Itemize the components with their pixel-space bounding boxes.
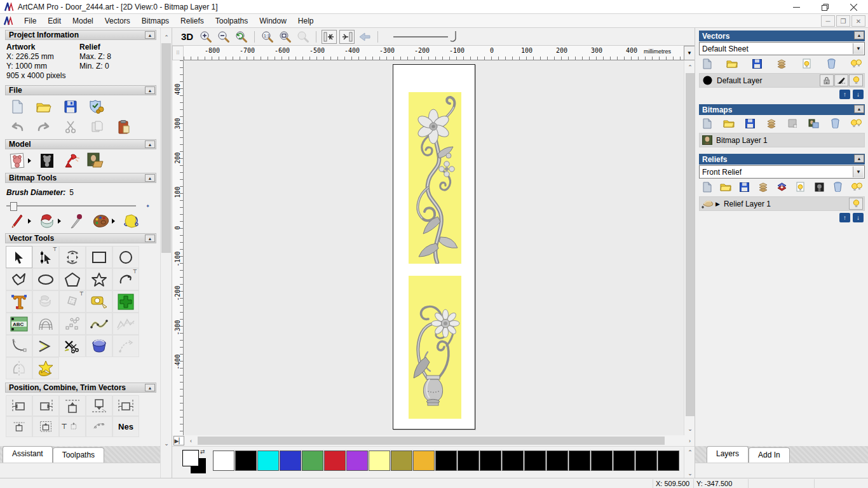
trim-vectors-button[interactable]: [59, 335, 86, 357]
color-swatch[interactable]: [635, 451, 657, 471]
brush-diameter-slider[interactable]: ✦: [6, 202, 154, 210]
model-from-greyscale-button[interactable]: [39, 153, 55, 168]
relief-layer-row[interactable]: ▶ Relief Layer 1: [699, 196, 865, 211]
tab-add-in[interactable]: Add In: [749, 447, 790, 463]
paste-array-button[interactable]: ⊤: [59, 416, 86, 437]
edit-layer-button[interactable]: [834, 74, 848, 86]
create-polyline-button[interactable]: [6, 268, 32, 290]
save-vector-layer-button[interactable]: [750, 57, 764, 70]
mdi-close-button[interactable]: ✕: [851, 15, 865, 27]
menu-bitmaps[interactable]: Bitmaps: [136, 15, 175, 27]
close-button[interactable]: [839, 0, 868, 14]
color-swatch[interactable]: [613, 451, 635, 471]
greyscale-preview-button[interactable]: [812, 180, 826, 193]
offset-vectors-button[interactable]: ⊤: [59, 290, 86, 313]
colour-picker-button[interactable]: [69, 214, 85, 229]
model-properties-button[interactable]: [89, 99, 105, 114]
color-swatch[interactable]: [480, 451, 501, 471]
menu-window[interactable]: Window: [254, 15, 292, 27]
relief-select[interactable]: Front Relief ▼: [699, 165, 865, 179]
mdi-minimize-button[interactable]: ─: [821, 15, 835, 27]
open-model-button[interactable]: [36, 99, 52, 114]
new-model-button[interactable]: [9, 99, 25, 114]
measure-tool-button[interactable]: [86, 290, 112, 313]
toggle-relief-visibility-button[interactable]: [794, 180, 808, 193]
chevron-down-icon[interactable]: ▼: [853, 166, 864, 177]
open-bitmap-layer-button[interactable]: [722, 117, 736, 130]
palette-scrollbar[interactable]: ⌃ ⌄: [684, 447, 695, 478]
zoom-out-button[interactable]: [216, 30, 231, 44]
move-layer-down-button[interactable]: ↓: [853, 90, 864, 99]
color-swatch[interactable]: [524, 451, 546, 471]
chevron-down-icon[interactable]: ▼: [853, 43, 864, 54]
swap-colors-icon[interactable]: ⇄: [200, 449, 205, 455]
relief-visibility-button[interactable]: [849, 198, 863, 210]
bitmap-doctor-button[interactable]: [123, 214, 139, 229]
color-swatch[interactable]: [569, 451, 590, 471]
move-layer-down-button[interactable]: ↓: [853, 213, 864, 222]
zoom-selection-button[interactable]: [295, 30, 311, 44]
create-star-button[interactable]: [86, 268, 112, 290]
combine-relief-button[interactable]: [775, 180, 789, 193]
center-in-page-button[interactable]: [6, 416, 32, 437]
toggle-all-bitmaps-button[interactable]: [850, 117, 864, 130]
color-swatch[interactable]: [658, 451, 679, 471]
zoom-1to1-button[interactable]: 1:1: [260, 30, 275, 44]
scroll-right-icon[interactable]: ›: [684, 436, 695, 445]
vector-tools-header[interactable]: Vector Tools ▲: [5, 233, 156, 243]
scroll-up-icon[interactable]: ⌃: [161, 32, 172, 43]
collapse-icon[interactable]: ▲: [145, 31, 155, 39]
color-swatch[interactable]: [346, 451, 368, 471]
open-vector-layer-button[interactable]: [725, 57, 739, 70]
color-swatch[interactable]: [435, 451, 457, 471]
align-bottom-button[interactable]: [86, 395, 112, 416]
project-information-header[interactable]: Project Information ▲: [5, 30, 156, 40]
collapse-icon[interactable]: ▲: [145, 140, 155, 148]
canvas-horizontal-scrollbar[interactable]: ▶▏ ‹ ›: [172, 435, 695, 446]
move-layer-up-button[interactable]: ↑: [839, 213, 850, 222]
paste-along-curve-button[interactable]: [59, 313, 86, 335]
collapse-icon[interactable]: ▲: [145, 86, 155, 94]
pan-view-button[interactable]: [357, 30, 372, 44]
node-editing-button[interactable]: ⊤: [32, 246, 59, 268]
restore-button[interactable]: [811, 0, 839, 14]
wizard-tool-button[interactable]: [32, 357, 59, 379]
lock-layer-button[interactable]: [820, 74, 834, 86]
expand-panel-button[interactable]: ▶▏: [173, 436, 184, 445]
save-model-button[interactable]: [62, 99, 79, 114]
create-rectangle-button[interactable]: [86, 246, 112, 268]
create-polygon-button[interactable]: [59, 268, 86, 290]
snap-to-object-button[interactable]: [339, 30, 355, 44]
assistant-scrollbar[interactable]: ⌃ ⌄: [160, 28, 172, 478]
color-swatch[interactable]: [302, 451, 323, 471]
vectors-header[interactable]: Vectors ▲: [699, 30, 865, 41]
scrollbar-thumb[interactable]: [686, 73, 695, 416]
delete-layer-button[interactable]: [825, 57, 839, 70]
create-text-button[interactable]: [6, 290, 32, 313]
collapse-icon[interactable]: ▲: [145, 174, 155, 182]
layer-color-swatch[interactable]: [702, 75, 713, 86]
toggle-layer-visibility-button[interactable]: [800, 57, 814, 70]
merge-relief-layers-button[interactable]: [756, 180, 770, 193]
position-combine-trim-header[interactable]: Position, Combine, Trim Vectors ▲: [5, 383, 156, 393]
scroll-left-icon[interactable]: ‹: [186, 436, 196, 445]
primary-color-swatch[interactable]: [182, 450, 199, 466]
clear-bitmap-button[interactable]: [785, 117, 799, 130]
expand-arrow-icon[interactable]: ▶: [715, 201, 720, 207]
slider-thumb[interactable]: [10, 202, 17, 211]
arc-fit-button[interactable]: [32, 335, 59, 357]
flood-fill-button[interactable]: [39, 214, 55, 229]
collapse-icon[interactable]: ▲: [854, 154, 864, 163]
menu-edit[interactable]: Edit: [42, 15, 67, 27]
greyscale-from-model-button[interactable]: [9, 153, 25, 168]
scrollbar-thumb[interactable]: [161, 43, 171, 253]
move-layer-up-button[interactable]: ↑: [839, 90, 850, 99]
align-top-button[interactable]: [59, 395, 86, 416]
color-swatch[interactable]: [458, 451, 479, 471]
sheet-select[interactable]: Default Sheet ▼: [699, 42, 865, 55]
color-swatch[interactable]: [213, 451, 234, 471]
thicken-vectors-button[interactable]: [112, 290, 139, 313]
colour-palette-button[interactable]: [93, 214, 109, 229]
merge-layers-button[interactable]: [775, 57, 789, 70]
color-swatch[interactable]: [391, 451, 412, 471]
